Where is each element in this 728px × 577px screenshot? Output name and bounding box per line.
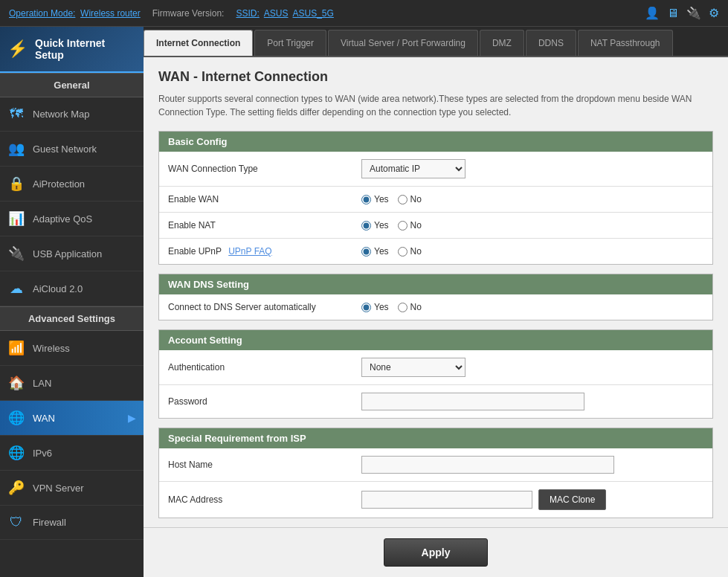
enable-upnp-label: Enable UPnP UPnP FAQ <box>168 246 361 257</box>
page-description: Router supports several connection types… <box>158 92 713 119</box>
upnp-faq-link[interactable]: UPnP FAQ <box>228 246 271 257</box>
topbar: Operation Mode: Wireless router Firmware… <box>0 0 728 27</box>
main-area: Internet Connection Port Trigger Virtual… <box>144 27 728 577</box>
user-icon[interactable]: 👤 <box>645 6 660 20</box>
enable-upnp-no-label[interactable]: No <box>398 246 422 257</box>
wan-label: WAN <box>33 413 55 424</box>
quick-setup-icon: ⚡ <box>7 39 28 59</box>
content-area: WAN - Internet Connection Router support… <box>144 57 728 527</box>
sidebar-item-wireless[interactable]: 📶 Wireless <box>0 331 144 366</box>
usb-application-icon: 🔌 <box>7 245 25 262</box>
adaptive-qos-label: Adaptive QoS <box>33 213 92 225</box>
enable-nat-yes-radio[interactable] <box>361 221 371 231</box>
basic-config-section: Basic Config WAN Connection Type Automat… <box>158 131 713 265</box>
connect-dns-yes-label[interactable]: Yes <box>361 302 389 312</box>
aicloud-label: AiCloud 2.0 <box>33 283 83 294</box>
sidebar-item-aiprotection[interactable]: 🔒 AiProtection <box>0 167 144 202</box>
enable-upnp-no-radio[interactable] <box>398 247 408 257</box>
connect-dns-no-radio[interactable] <box>398 303 408 312</box>
authentication-label: Authentication <box>168 362 361 373</box>
connect-dns-label: Connect to DNS Server automatically <box>168 302 361 312</box>
enable-nat-radios: Yes No <box>361 220 703 231</box>
enable-wan-no-label[interactable]: No <box>398 194 422 204</box>
special-isp-header: Special Requirement from ISP <box>159 428 712 448</box>
host-name-input[interactable] <box>361 456 614 474</box>
tab-dmz[interactable]: DMZ <box>480 30 524 56</box>
tab-virtual-server[interactable]: Virtual Server / Port Forwarding <box>328 30 478 56</box>
wan-connection-type-value: Automatic IP PPPoE PPTP L2TP Static IP <box>361 159 703 178</box>
authentication-select[interactable]: None PAP CHAP MS-CHAP MS-CHAPv2 <box>361 358 466 377</box>
password-label: Password <box>168 396 361 407</box>
sidebar-item-usb-application[interactable]: 🔌 USB Application <box>0 236 144 271</box>
sidebar-item-vpn-server[interactable]: 🔑 VPN Server <box>0 471 144 506</box>
ssid-5g-value: ASUS_5G <box>293 8 334 19</box>
ssid-label: SSID: ASUS ASUS_5G <box>236 8 333 19</box>
sidebar-item-network-map[interactable]: 🗺 Network Map <box>0 97 144 132</box>
ipv6-label: IPv6 <box>33 448 52 459</box>
sidebar-item-firewall[interactable]: 🛡 Firewall <box>0 506 144 540</box>
enable-wan-yes-radio[interactable] <box>361 195 371 204</box>
operation-mode-label: Operation Mode: Wireless router <box>9 8 141 19</box>
account-setting-section: Account Setting Authentication None PAP … <box>158 329 713 419</box>
firewall-icon: 🛡 <box>7 515 25 530</box>
guest-network-icon: 👥 <box>7 141 25 157</box>
wan-connection-type-label: WAN Connection Type <box>168 164 361 174</box>
enable-nat-yes-label[interactable]: Yes <box>361 220 389 231</box>
layout: ⚡ Quick InternetSetup General 🗺 Network … <box>0 27 728 577</box>
enable-upnp-yes-label[interactable]: Yes <box>361 246 389 257</box>
enable-upnp-text: Enable UPnP <box>168 246 222 257</box>
tab-port-trigger[interactable]: Port Trigger <box>254 30 326 56</box>
host-name-row: Host Name <box>159 448 712 482</box>
enable-wan-no-radio[interactable] <box>398 195 408 204</box>
wan-connection-type-select[interactable]: Automatic IP PPPoE PPTP L2TP Static IP <box>361 159 466 178</box>
mac-address-input[interactable] <box>361 491 532 509</box>
ssid-value: ASUS <box>264 8 289 19</box>
sidebar-item-ipv6[interactable]: 🌐 IPv6 <box>0 436 144 471</box>
adaptive-qos-icon: 📊 <box>7 210 25 227</box>
settings-icon[interactable]: ⚙ <box>709 6 719 20</box>
tab-nat-passthrough[interactable]: NAT Passthrough <box>578 30 673 56</box>
advanced-section-label: Advanced Settings <box>0 306 144 331</box>
op-mode-label-text: Operation Mode: <box>9 8 75 19</box>
enable-upnp-yes-radio[interactable] <box>361 247 371 257</box>
lan-icon: 🏠 <box>7 375 25 391</box>
password-input[interactable] <box>361 393 584 410</box>
monitor-icon[interactable]: 🖥 <box>667 7 679 20</box>
connect-dns-yes-radio[interactable] <box>361 303 371 312</box>
wan-arrow-icon: ▶ <box>128 412 136 424</box>
mac-address-label: MAC Address <box>168 494 361 505</box>
vpn-icon: 🔑 <box>7 480 25 496</box>
sidebar-header[interactable]: ⚡ Quick InternetSetup <box>0 27 144 73</box>
sidebar-item-aicloud[interactable]: ☁ AiCloud 2.0 <box>0 271 144 306</box>
aicloud-icon: ☁ <box>7 280 25 297</box>
quick-setup-label: Quick InternetSetup <box>35 37 105 61</box>
usb-icon[interactable]: 🔌 <box>686 6 701 20</box>
enable-wan-row: Enable WAN Yes No <box>159 187 712 213</box>
enable-wan-radios: Yes No <box>361 194 703 204</box>
host-name-label: Host Name <box>168 460 361 470</box>
connect-dns-radios: Yes No <box>361 302 703 312</box>
sidebar-item-guest-network[interactable]: 👥 Guest Network <box>0 132 144 167</box>
mac-clone-button[interactable]: MAC Clone <box>538 489 606 510</box>
enable-nat-no-radio[interactable] <box>398 221 408 231</box>
enable-wan-yes-label[interactable]: Yes <box>361 194 389 204</box>
enable-upnp-row: Enable UPnP UPnP FAQ Yes No <box>159 239 712 264</box>
sidebar-item-lan[interactable]: 🏠 LAN <box>0 366 144 401</box>
wireless-icon: 📶 <box>7 340 25 356</box>
apply-button[interactable]: Apply <box>384 538 489 567</box>
operation-mode-value: Wireless router <box>80 8 141 19</box>
connect-dns-no-label[interactable]: No <box>398 302 422 312</box>
tab-internet-connection[interactable]: Internet Connection <box>144 30 253 56</box>
enable-nat-no-label[interactable]: No <box>398 220 422 231</box>
enable-nat-label: Enable NAT <box>168 220 361 231</box>
enable-wan-label: Enable WAN <box>168 194 361 204</box>
wireless-label: Wireless <box>33 343 70 354</box>
sidebar-item-wan[interactable]: 🌐 WAN ▶ <box>0 401 144 436</box>
wan-dns-section: WAN DNS Setting Connect to DNS Server au… <box>158 274 713 320</box>
basic-config-header: Basic Config <box>159 132 712 152</box>
ipv6-icon: 🌐 <box>7 445 25 461</box>
sidebar-item-adaptive-qos[interactable]: 📊 Adaptive QoS <box>0 202 144 236</box>
network-map-icon: 🗺 <box>7 106 25 122</box>
general-section-label: General <box>0 73 144 97</box>
tab-ddns[interactable]: DDNS <box>526 30 576 56</box>
